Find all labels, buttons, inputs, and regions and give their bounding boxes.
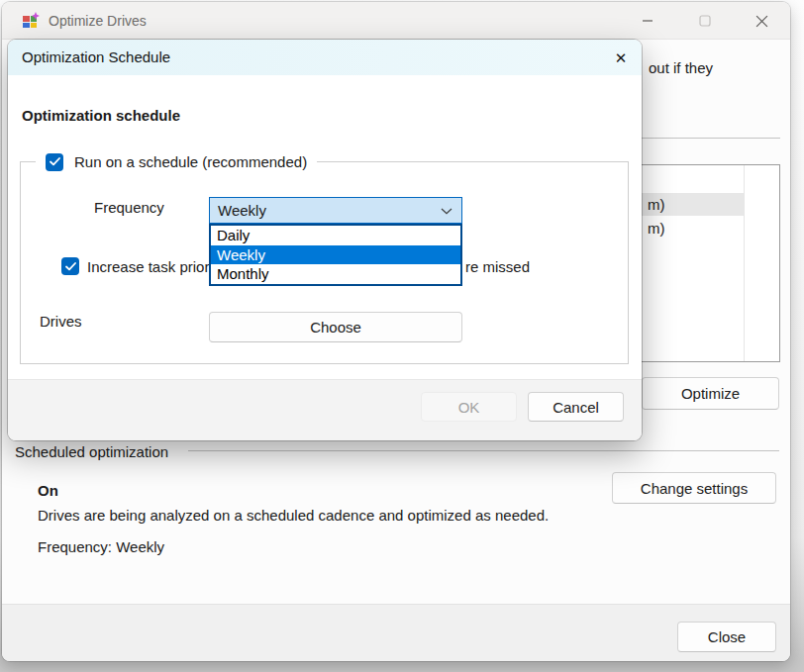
drive-row-text: m) — [648, 220, 665, 237]
scheduled-groupbox-line — [188, 450, 779, 451]
checkmark-icon — [50, 157, 60, 166]
choose-drives-button[interactable]: Choose — [209, 312, 462, 342]
schedule-status-text: On — [38, 482, 58, 499]
close-button[interactable]: Close — [677, 622, 776, 652]
change-settings-button[interactable]: Change settings — [612, 472, 776, 504]
run-on-schedule-row: Run on a schedule (recommended) — [36, 151, 317, 172]
maximize-icon — [690, 2, 720, 40]
drive-row-text: m) — [648, 196, 665, 213]
dropdown-option-daily[interactable]: Daily — [211, 226, 460, 245]
dialog-header: Optimization Schedule ✕ — [8, 40, 642, 75]
schedule-frequency-text: Frequency: Weekly — [38, 538, 164, 555]
run-on-schedule-checkbox[interactable] — [46, 153, 63, 171]
checkmark-icon — [65, 262, 76, 271]
drives-label: Drives — [40, 313, 82, 330]
frequency-combobox[interactable]: Weekly — [209, 197, 462, 224]
frequency-label: Frequency — [94, 199, 164, 216]
chevron-down-icon — [441, 208, 452, 215]
frequency-dropdown-list: Daily Weekly Monthly — [209, 224, 462, 286]
close-window-icon[interactable] — [747, 2, 776, 40]
status-groupbox-line — [642, 138, 780, 139]
optimize-button[interactable]: Optimize — [642, 377, 779, 410]
description-fragment: out if they — [649, 59, 713, 76]
frequency-selected-value: Weekly — [218, 202, 266, 219]
column-separator — [744, 165, 745, 361]
increase-priority-label-right: re missed — [465, 258, 530, 275]
increase-priority-checkbox[interactable] — [61, 257, 79, 275]
dropdown-option-weekly[interactable]: Weekly — [211, 245, 460, 265]
dialog-close-icon[interactable]: ✕ — [609, 48, 633, 69]
dialog-heading: Optimization schedule — [22, 107, 180, 124]
dropdown-option-monthly[interactable]: Monthly — [211, 264, 460, 284]
ok-button[interactable]: OK — [421, 392, 517, 422]
scheduled-optimization-label: Scheduled optimization — [15, 443, 168, 460]
cancel-button[interactable]: Cancel — [528, 392, 624, 422]
window-footer — [2, 604, 790, 661]
window-title: Optimize Drives — [49, 13, 147, 29]
minimize-icon[interactable] — [633, 2, 662, 40]
run-on-schedule-label: Run on a schedule (recommended) — [74, 153, 307, 170]
schedule-description-text: Drives are being analyzed on a scheduled… — [38, 507, 549, 524]
titlebar: Optimize Drives — [2, 2, 790, 40]
dialog-title: Optimization Schedule — [22, 48, 170, 65]
optimize-drives-app-icon — [22, 12, 40, 30]
optimization-schedule-dialog: Optimization Schedule ✕ Optimization sch… — [8, 40, 642, 440]
